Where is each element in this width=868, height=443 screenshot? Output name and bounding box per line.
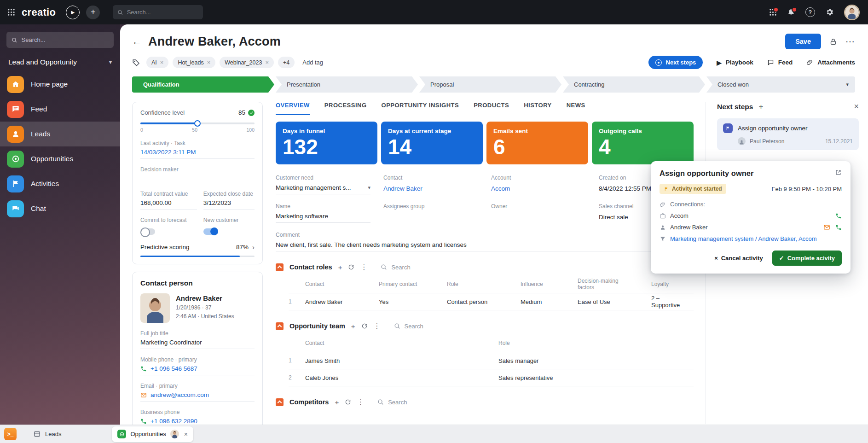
close-icon[interactable]: × (184, 431, 188, 438)
sidebar-item-opportunities[interactable]: Opportunities (0, 146, 120, 171)
add-icon[interactable]: + (335, 398, 339, 406)
slider-handle[interactable] (194, 120, 201, 127)
back-arrow-icon[interactable]: ← (132, 36, 142, 47)
contact-link[interactable]: Caleb Jones (305, 374, 498, 381)
global-search-input[interactable] (127, 9, 199, 16)
contact-link[interactable]: Andrew Baker (383, 185, 422, 192)
tab-overview[interactable]: OVERVIEW (276, 102, 310, 115)
account-link[interactable]: Accom (491, 185, 510, 192)
more-options-icon[interactable]: ⋯ (845, 36, 855, 47)
mail-icon[interactable] (823, 224, 830, 231)
stage-contracting[interactable]: Contracting (563, 76, 705, 93)
table-row[interactable]: 1 Andrew Baker Yes Contact person Medium… (289, 293, 694, 310)
attachments-button[interactable]: Attachments (806, 59, 855, 66)
chevron-down-icon[interactable]: ▾ (846, 82, 849, 87)
remove-tag-icon[interactable]: × (207, 59, 211, 66)
phone-icon[interactable] (835, 224, 842, 231)
table-row[interactable]: 2 Caleb Jones Sales representative (289, 369, 694, 386)
feed-button[interactable]: Feed (767, 59, 793, 66)
job-title-value[interactable]: Marketing Coordinator (140, 339, 255, 349)
phone-icon[interactable] (835, 213, 842, 219)
status-badge[interactable]: Activity not started (660, 184, 726, 194)
kebab-menu-icon[interactable]: ⋮ (360, 263, 367, 271)
kebab-menu-icon[interactable]: ⋮ (357, 398, 364, 406)
predictive-scoring-row[interactable]: Predictive scoring 87%› (140, 243, 255, 251)
terminal-launcher-icon[interactable]: >_ (4, 428, 17, 440)
workspace-selector[interactable]: Lead and Opportunity ▾ (0, 51, 120, 72)
add-icon[interactable]: + (338, 263, 342, 271)
connection-account-row[interactable]: Accom (660, 212, 842, 219)
competitors-search[interactable]: Search (377, 399, 407, 406)
tab-products[interactable]: PRODUCTS (474, 102, 509, 115)
save-button[interactable]: Save (785, 34, 821, 49)
playbook-button[interactable]: ▶Playbook (717, 59, 753, 66)
app-menu-icon[interactable] (7, 8, 15, 16)
complete-activity-button[interactable]: ✓ Complete acivity (772, 251, 842, 266)
tag-pill[interactable]: Webinar_2023× (220, 57, 274, 68)
new-customer-toggle[interactable] (203, 228, 218, 235)
sidebar-item-home[interactable]: Home page (0, 72, 120, 97)
mobile-phone-value[interactable]: +1 096 546 5687 (150, 365, 197, 372)
add-icon[interactable]: + (351, 322, 355, 330)
tab-opportunity-insights[interactable]: OPPORTUNITY INSIGHTS (382, 102, 459, 115)
decision-maker-field[interactable] (140, 173, 255, 183)
contact-link[interactable]: James Smith (305, 357, 498, 364)
confidence-slider[interactable] (140, 122, 255, 124)
next-steps-button[interactable]: Next steps (648, 56, 703, 69)
connection-contact[interactable]: Andrew Baker (670, 224, 708, 231)
stage-qualification[interactable]: Qualification (132, 76, 274, 93)
close-date-value[interactable]: 3/12/2023 (203, 199, 255, 210)
stage-proposal[interactable]: Proposal (419, 76, 561, 93)
contact-photo[interactable] (140, 293, 170, 323)
help-icon[interactable]: ? (805, 7, 815, 17)
refresh-icon[interactable] (348, 264, 354, 270)
collapse-icon[interactable] (276, 398, 284, 406)
column-header[interactable]: Contact (305, 281, 379, 287)
collapse-icon[interactable] (276, 263, 284, 271)
column-header[interactable]: Contact (305, 340, 498, 346)
sidebar-item-feed[interactable]: Feed (0, 97, 120, 122)
commit-forecast-toggle[interactable] (140, 228, 155, 235)
opportunity-team-search[interactable]: Search (394, 323, 423, 330)
total-contract-value[interactable]: 168,000.00 (140, 199, 197, 210)
add-step-icon[interactable]: + (758, 102, 763, 111)
tab-processing[interactable]: PROCESSING (324, 102, 367, 115)
column-header[interactable]: Role (447, 281, 521, 287)
column-header[interactable]: Influence (521, 281, 578, 287)
lock-icon[interactable] (829, 38, 837, 46)
last-activity-value[interactable]: 14/03/2022 3:11 PM (140, 149, 255, 159)
refresh-icon[interactable] (361, 323, 368, 329)
column-header[interactable]: Decision-making factors (578, 278, 651, 291)
comment-value[interactable]: New client, first sale. The client needs… (276, 241, 694, 251)
tag-pill[interactable]: AI× (146, 57, 168, 68)
business-phone-value[interactable]: +1 096 632 2890 (150, 418, 197, 425)
kebab-menu-icon[interactable]: ⋮ (374, 322, 381, 330)
remove-tag-icon[interactable]: × (265, 59, 269, 66)
stage-presentation[interactable]: Presentation (276, 76, 418, 93)
contact-link[interactable]: Andrew Baker (305, 298, 379, 305)
tag-pill[interactable]: Hot_leads× (173, 57, 215, 68)
name-value[interactable]: Marketing software (276, 213, 370, 223)
remove-tag-icon[interactable]: × (160, 59, 164, 66)
collapse-icon[interactable] (276, 322, 284, 330)
notifications-bell-icon[interactable] (787, 8, 795, 17)
user-avatar[interactable] (844, 5, 860, 20)
connection-account[interactable]: Accom (670, 212, 689, 219)
email-value[interactable]: andrew@accom.com (150, 391, 209, 398)
more-tags-pill[interactable]: +4 (278, 57, 295, 68)
next-step-card[interactable]: Assign opportunity owner Paul Peterson 1… (717, 118, 859, 150)
connection-opportunity-link[interactable]: Marketing management system / Andrew Bak… (670, 235, 817, 242)
sidebar-search[interactable] (6, 32, 114, 48)
table-row[interactable]: 1 James Smith Sales manager (289, 352, 694, 369)
global-add-button[interactable]: + (86, 6, 100, 19)
column-header[interactable]: Loyalty (651, 281, 694, 287)
tab-history[interactable]: HISTORY (524, 102, 552, 115)
add-tag-button[interactable]: Add tag (302, 59, 323, 66)
open-full-view-icon[interactable] (835, 169, 842, 176)
contact-roles-search[interactable]: Search (381, 264, 410, 271)
taskbar-tab-leads[interactable]: Leads (28, 426, 67, 442)
sidebar-item-leads[interactable]: Leads (0, 122, 120, 146)
connection-contact-row[interactable]: Andrew Baker (660, 224, 842, 231)
column-header[interactable]: Primary contact (379, 281, 447, 287)
sidebar-search-input[interactable] (22, 36, 109, 43)
